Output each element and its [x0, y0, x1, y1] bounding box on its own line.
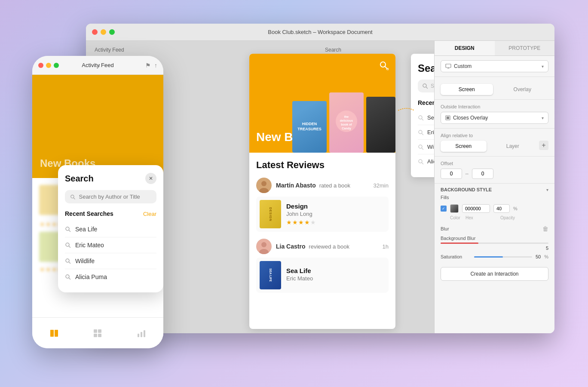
svg-rect-39: [98, 334, 101, 337]
popup-recent-item-3: Wildlife: [65, 253, 156, 269]
chevron-bg-style-icon: ▾: [546, 187, 548, 192]
outside-interaction-label: Outside Interaction: [441, 104, 548, 109]
screen-btn[interactable]: Screen: [441, 84, 493, 95]
fill-pct: %: [513, 206, 518, 211]
review-item-2: Lia Castro reviewed a book 1h SEA LIFE: [256, 239, 389, 293]
popup-search-input[interactable]: [79, 194, 151, 200]
svg-point-26: [66, 227, 69, 230]
fill-color-swatch[interactable]: [450, 204, 459, 213]
svg-point-32: [66, 275, 69, 278]
svg-line-14: [422, 133, 423, 135]
phone-maximize-light[interactable]: [54, 63, 59, 68]
saturation-row: Saturation 50 %: [435, 253, 554, 263]
search-frame-item-4-text: Alicia Puma: [427, 158, 434, 165]
closes-overlay-dropdown[interactable]: Closes Overlay ▾: [441, 112, 548, 124]
svg-line-18: [422, 163, 423, 164]
tab-design[interactable]: DESIGN: [435, 41, 495, 55]
saturation-bar-fill: [474, 256, 503, 258]
sketch-titlebar: Book Club.sketch – Workspace Document: [86, 24, 554, 41]
review-book-info-1: Design John Long ★★★★★: [286, 203, 316, 226]
svg-rect-23: [447, 117, 449, 119]
reviewer-avatar-1: [256, 178, 272, 193]
phone-share-icon[interactable]: ↑: [154, 62, 157, 69]
fills-header: Fills: [435, 194, 554, 202]
phone-flag-icon[interactable]: ⚑: [145, 62, 151, 69]
create-interaction-button[interactable]: Create an Interaction: [441, 267, 548, 281]
review-header-2: Lia Castro reviewed a book 1h: [256, 239, 389, 254]
search-frame-title: Search: [418, 62, 434, 74]
book-author-2: Eric Mateo: [286, 275, 313, 282]
fill-hex-input[interactable]: [462, 204, 490, 213]
phone-close-light[interactable]: [38, 63, 43, 68]
closes-overlay-label: Closes Overlay: [453, 115, 542, 121]
svg-line-10: [426, 87, 428, 89]
minimize-traffic-light[interactable]: [101, 29, 106, 35]
bg-blur-value-container: 5: [441, 246, 548, 251]
custom-section: Custom ▾: [435, 56, 554, 77]
screen-overlay-section: Screen Overlay: [435, 77, 554, 100]
search-frame-input: Search by Author o: [418, 80, 434, 92]
svg-point-13: [419, 130, 422, 134]
search-mini-icon-2: [418, 129, 424, 135]
close-traffic-light[interactable]: [92, 29, 98, 35]
overlay-btn[interactable]: Overlay: [496, 84, 549, 95]
trash-icon[interactable]: 🗑: [542, 225, 548, 232]
svg-line-29: [69, 246, 70, 248]
book-sealife-cover: SEA LIFE: [260, 261, 281, 289]
traffic-lights: [92, 29, 115, 35]
main-content-area: Latest Reviews: [249, 153, 395, 307]
popup-recent-item-2: Eric Mateo: [65, 237, 156, 253]
svg-line-25: [74, 198, 75, 199]
main-hero: New Books HIDDEN TREASURES: [249, 54, 395, 153]
offset-x-field[interactable]: 0: [441, 169, 462, 179]
review-time-1: 32min: [374, 182, 389, 189]
fill-opacity-input[interactable]: [493, 204, 510, 213]
align-label: Align relative to: [441, 133, 548, 138]
search-frame-item-3: Wildlife: [418, 140, 434, 154]
chevron-down-icon: ▾: [542, 64, 544, 69]
latest-reviews-title: Latest Reviews: [256, 160, 389, 171]
custom-dropdown[interactable]: Custom ▾: [441, 60, 548, 72]
popup-search-icon-3: [65, 258, 71, 264]
book-title-2: Sea Life: [286, 267, 313, 274]
popup-close-btn[interactable]: ✕: [145, 173, 156, 184]
svg-point-15: [419, 145, 422, 148]
search-frame-item-1: Sea Life: [418, 111, 434, 125]
svg-line-33: [69, 278, 70, 280]
search-mini-icon-4: [418, 159, 424, 165]
nav-chart-icon[interactable]: [135, 327, 147, 339]
blur-value-row: Background Blur 5: [435, 235, 554, 253]
search-frame-item-4: Alicia Puma: [418, 154, 434, 169]
offset-y-field[interactable]: 0: [472, 169, 493, 179]
bg-blur-bar-fill: [441, 243, 478, 244]
hero-book-1: HIDDEN TREASURES: [292, 101, 327, 153]
tab-prototype[interactable]: PROTOTYPE: [495, 41, 555, 55]
popup-title: Search: [65, 174, 94, 184]
fill-checkbox[interactable]: ✓: [441, 206, 447, 212]
hero-book-1-text: HIDDEN TREASURES: [297, 122, 322, 132]
reviewer-info-2: Lia Castro reviewed a book: [256, 239, 349, 254]
nav-grid-icon[interactable]: [92, 327, 104, 339]
align-layer-btn[interactable]: Layer: [490, 141, 536, 152]
bg-blur-bar: [441, 243, 548, 244]
align-screen-btn[interactable]: Screen: [441, 141, 487, 152]
popup-recent-item-1: Sea Life: [65, 221, 156, 237]
svg-rect-19: [446, 64, 451, 68]
search-frame-item-2-text: Eric Mateo: [427, 129, 434, 135]
blur-label: Blur: [441, 226, 449, 231]
maximize-traffic-light[interactable]: [109, 29, 115, 35]
phone-traffic-lights: [38, 63, 59, 68]
phone-content: New Books ★★★★★ ★★★★★ Search ✕: [32, 75, 163, 348]
fills-label: Fills: [441, 195, 449, 200]
svg-rect-40: [138, 334, 139, 337]
svg-point-17: [419, 160, 422, 163]
phone-minimize-light[interactable]: [46, 63, 51, 68]
review-book-cover-2: SEA LIFE: [260, 261, 281, 289]
svg-point-11: [419, 116, 422, 119]
add-offset-btn[interactable]: +: [539, 141, 548, 150]
popup-search-icon: [70, 194, 75, 200]
svg-line-16: [422, 148, 423, 149]
nav-books-icon[interactable]: [48, 327, 60, 339]
svg-rect-35: [55, 330, 58, 337]
popup-clear-btn[interactable]: Clear: [143, 211, 156, 217]
